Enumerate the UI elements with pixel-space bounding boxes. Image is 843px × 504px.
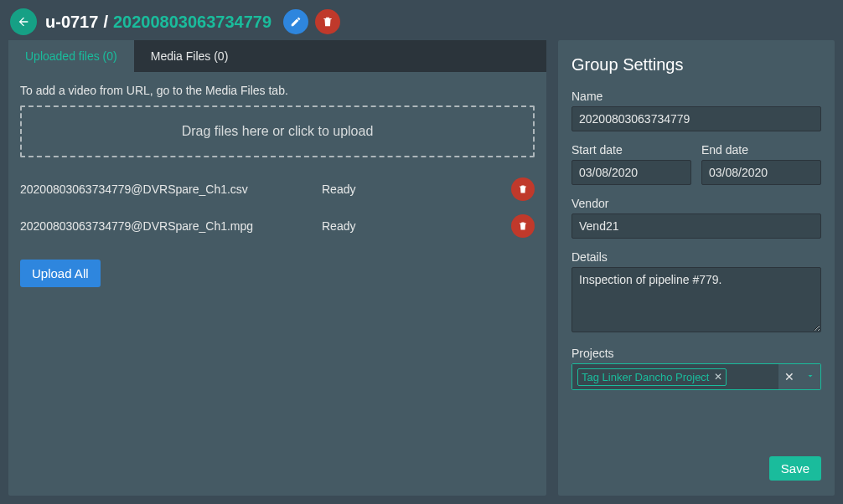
name-input[interactable] (571, 106, 821, 131)
breadcrumb-current: 20200803063734779 (113, 13, 272, 32)
file-name: 20200803063734779@DVRSpare_Ch1.mpg (20, 219, 322, 233)
dropzone[interactable]: Drag files here or click to upload (20, 105, 535, 157)
file-status: Ready (322, 219, 511, 233)
projects-select[interactable]: Tag Linker Dancho Project ✕ ✕ (571, 363, 821, 390)
pencil-icon (290, 16, 302, 28)
label-end-date: End date (701, 143, 821, 157)
project-tag-remove[interactable]: ✕ (714, 371, 722, 383)
file-name: 20200803063734779@DVRSpare_Ch1.csv (20, 183, 322, 196)
page-header: u-0717 / 20200803063734779 (0, 0, 843, 40)
file-delete-button[interactable] (511, 177, 535, 201)
arrow-left-icon (17, 15, 30, 28)
trash-icon (518, 184, 528, 194)
file-status: Ready (322, 183, 511, 196)
breadcrumb-root: u-0717 (45, 13, 98, 32)
project-tag: Tag Linker Dancho Project ✕ (577, 368, 727, 386)
start-date-input[interactable] (571, 160, 691, 185)
tab-media-files[interactable]: Media Files (0) (134, 40, 246, 72)
chevron-down-icon (805, 371, 815, 381)
label-vendor: Vendor (571, 197, 821, 210)
save-button[interactable]: Save (769, 456, 821, 481)
projects-dropdown-toggle[interactable] (805, 370, 815, 383)
tab-uploaded-files[interactable]: Uploaded files (0) (8, 40, 134, 72)
settings-panel: Group Settings Name Start date End date … (558, 40, 835, 496)
back-button[interactable] (10, 8, 37, 35)
file-delete-button[interactable] (511, 214, 535, 238)
trash-icon (518, 221, 528, 231)
project-tag-label: Tag Linker Dancho Project (582, 371, 709, 383)
file-row: 20200803063734779@DVRSpare_Ch1.csv Ready (20, 171, 535, 208)
breadcrumb-separator: / (98, 13, 113, 32)
edit-button[interactable] (283, 9, 308, 34)
settings-title: Group Settings (571, 55, 821, 75)
tab-bar: Uploaded files (0) Media Files (0) (8, 40, 546, 72)
end-date-input[interactable] (701, 160, 821, 185)
projects-clear[interactable]: ✕ (784, 370, 794, 383)
label-details: Details (571, 250, 821, 264)
upload-hint: To add a video from URL, go to the Media… (20, 84, 535, 97)
label-name: Name (571, 90, 821, 103)
file-row: 20200803063734779@DVRSpare_Ch1.mpg Ready (20, 208, 535, 244)
vendor-input[interactable] (571, 213, 821, 239)
trash-icon (322, 16, 334, 28)
label-projects: Projects (571, 347, 821, 360)
delete-group-button[interactable] (315, 9, 340, 34)
details-textarea[interactable] (571, 267, 821, 332)
label-start-date: Start date (571, 143, 691, 157)
upload-all-button[interactable]: Upload All (20, 260, 101, 287)
left-column: Uploaded files (0) Media Files (0) To ad… (8, 40, 546, 496)
